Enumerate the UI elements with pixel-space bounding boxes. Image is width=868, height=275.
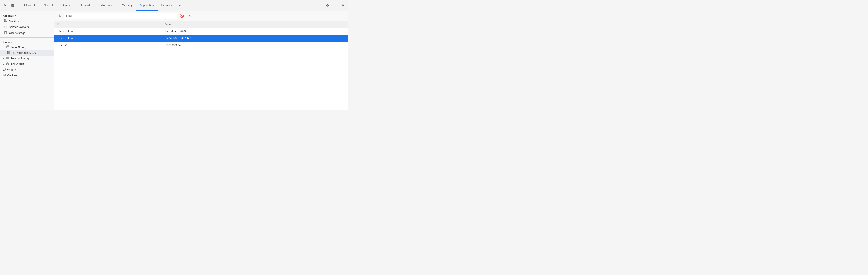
main-layout: Application Manifest ⚙ Service Workers bbox=[0, 11, 348, 110]
refresh-button[interactable]: ↻ bbox=[57, 13, 63, 19]
row-0-key: refreshToken bbox=[54, 28, 163, 35]
sidebar-item-indexed-db[interactable]: ▶ IndexedDB bbox=[0, 61, 54, 67]
indexed-db-chevron: ▶ bbox=[3, 63, 4, 65]
row-0-value: 57bcddae...76237 bbox=[163, 28, 348, 35]
svg-rect-23 bbox=[6, 57, 9, 59]
tab-memory[interactable]: Memory bbox=[118, 0, 136, 11]
key-column-header: Key bbox=[54, 21, 163, 28]
session-storage-chevron: ▶ bbox=[3, 57, 4, 60]
sidebar-item-manifest[interactable]: Manifest bbox=[0, 18, 54, 24]
more-options-button[interactable]: ⋮ bbox=[332, 2, 339, 9]
local-storage-icon bbox=[6, 45, 9, 49]
session-storage-icon bbox=[6, 57, 9, 60]
clear-storage-label: Clear storage bbox=[9, 31, 51, 35]
row-1-value: 17941b9e...3397cbb1d bbox=[163, 35, 348, 41]
sidebar-item-web-sql[interactable]: Web SQL bbox=[0, 67, 54, 72]
table-header-row: Key Value bbox=[54, 21, 348, 28]
refresh-icon: ↻ bbox=[59, 14, 61, 18]
cookies-icon bbox=[3, 74, 6, 77]
svg-rect-14 bbox=[6, 45, 9, 48]
value-column-header: Value bbox=[163, 21, 348, 28]
tab-console[interactable]: Console bbox=[40, 0, 58, 11]
manifest-icon bbox=[4, 19, 7, 23]
local-storage-label: Local Storage bbox=[11, 45, 28, 49]
tab-navigation: Elements Console Sources Network Perform… bbox=[21, 0, 324, 11]
local-storage-chevron: ▼ bbox=[3, 46, 5, 48]
close-filter-icon: ✕ bbox=[188, 14, 191, 18]
tab-application[interactable]: Application bbox=[136, 0, 158, 11]
svg-rect-6 bbox=[5, 21, 7, 22]
tab-security[interactable]: Security bbox=[158, 0, 176, 11]
localhost-label: http://localhost:3000 bbox=[12, 51, 36, 55]
content-area: ↻ 🚫 ✕ Key Value refreshToken 57bcddae...… bbox=[54, 11, 348, 110]
filter-bar: ↻ 🚫 ✕ bbox=[54, 11, 348, 21]
manifest-label: Manifest bbox=[9, 20, 51, 23]
storage-table: Key Value refreshToken 57bcddae...76237 … bbox=[54, 21, 348, 110]
toolbar-icon-group bbox=[2, 2, 19, 9]
svg-point-29 bbox=[3, 74, 5, 75]
svg-point-27 bbox=[6, 63, 8, 63]
delete-filter-button[interactable]: ✕ bbox=[186, 13, 193, 19]
indexed-db-label: IndexedDB bbox=[10, 63, 24, 66]
device-icon-btn[interactable] bbox=[9, 2, 16, 9]
row-2-value: 1609606294 bbox=[163, 42, 348, 49]
svg-rect-18 bbox=[7, 51, 10, 54]
sidebar-item-session-storage[interactable]: ▶ Session Storage bbox=[0, 56, 54, 61]
sidebar-item-service-workers[interactable]: ⚙ Service Workers bbox=[0, 24, 54, 30]
session-storage-label: Session Storage bbox=[10, 57, 30, 60]
table-row[interactable]: refreshToken 57bcddae...76237 bbox=[54, 28, 348, 35]
close-button[interactable]: ✕ bbox=[340, 2, 346, 9]
localhost-storage-icon bbox=[7, 51, 10, 55]
cursor-icon-btn[interactable] bbox=[2, 2, 8, 9]
table-row[interactable]: accessToken 17941b9e...3397cbb1d bbox=[54, 35, 348, 42]
tab-sources[interactable]: Sources bbox=[58, 0, 76, 11]
indexed-db-icon bbox=[6, 62, 9, 66]
storage-section-title: Storage bbox=[0, 39, 54, 44]
table-row[interactable]: expiresAt 1609606294 bbox=[54, 42, 348, 49]
no-entry-icon: 🚫 bbox=[180, 14, 184, 18]
settings-button[interactable]: ⚙ bbox=[324, 2, 331, 9]
sidebar-item-cookies[interactable]: Cookies bbox=[0, 72, 54, 78]
clear-storage-icon bbox=[4, 31, 7, 35]
cookies-label: Cookies bbox=[7, 74, 17, 77]
service-workers-icon: ⚙ bbox=[4, 25, 7, 29]
tab-elements[interactable]: Elements bbox=[21, 0, 40, 11]
clear-filter-button[interactable]: 🚫 bbox=[179, 13, 185, 19]
toolbar-right-actions: ⚙ ⋮ ✕ bbox=[324, 2, 346, 9]
sidebar: Application Manifest ⚙ Service Workers bbox=[0, 11, 54, 110]
sidebar-item-clear-storage[interactable]: Clear storage bbox=[0, 30, 54, 36]
application-section-title: Application bbox=[0, 13, 54, 18]
service-workers-label: Service Workers bbox=[9, 26, 51, 29]
tab-more[interactable]: » bbox=[176, 0, 184, 11]
row-1-key: accessToken bbox=[54, 35, 163, 41]
web-sql-label: Web SQL bbox=[7, 68, 19, 71]
sidebar-item-local-storage[interactable]: ▼ Local Storage bbox=[0, 44, 54, 50]
devtools-toolbar: Elements Console Sources Network Perform… bbox=[0, 0, 348, 11]
tab-performance[interactable]: Performance bbox=[94, 0, 118, 11]
svg-rect-7 bbox=[4, 32, 6, 34]
tab-network[interactable]: Network bbox=[76, 0, 94, 11]
sidebar-item-localhost[interactable]: http://localhost:3000 bbox=[0, 50, 54, 56]
row-2-key: expiresAt bbox=[54, 42, 163, 49]
svg-point-28 bbox=[3, 68, 5, 69]
filter-input[interactable] bbox=[64, 13, 177, 19]
web-sql-icon bbox=[3, 68, 6, 71]
